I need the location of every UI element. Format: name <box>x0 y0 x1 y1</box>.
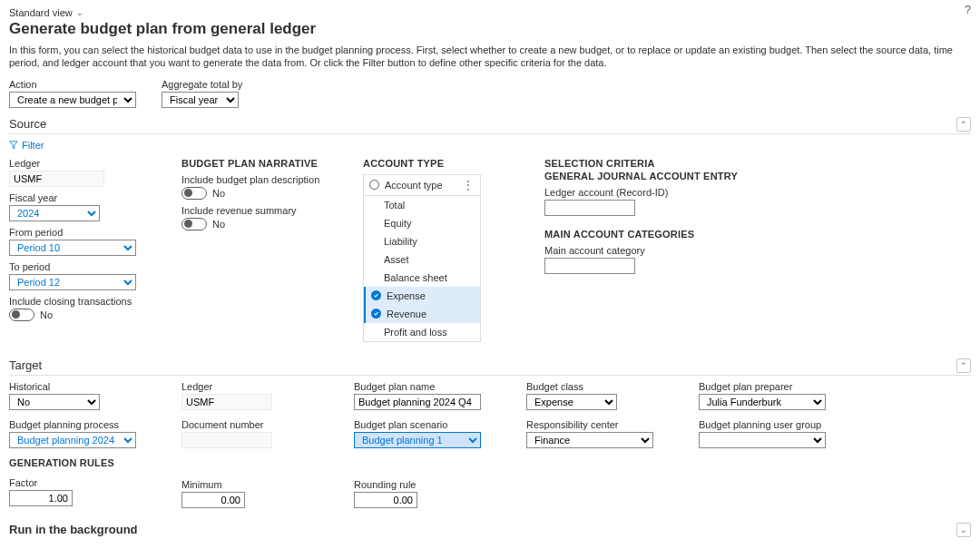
narrative-heading: BUDGET PLAN NARRATIVE <box>181 158 336 169</box>
runbg-heading: Run in the background <box>9 523 138 536</box>
include-closing-value: No <box>40 309 53 320</box>
toperiod-select[interactable]: Period 12 <box>9 274 136 290</box>
acc-item-balance[interactable]: Balance sheet <box>364 269 480 287</box>
ledgeracct-label: Ledger account (Record-ID) <box>544 187 744 198</box>
acc-item-expense-label: Expense <box>387 290 426 301</box>
ledgeracct-input[interactable] <box>544 200 635 216</box>
min-input[interactable] <box>181 492 245 508</box>
acc-item-asset[interactable]: Asset <box>364 250 480 269</box>
respc-select[interactable]: Finance <box>526 432 653 448</box>
round-input[interactable] <box>354 492 417 508</box>
acc-item-revenue-label: Revenue <box>387 309 426 319</box>
docnum-input <box>181 432 272 448</box>
acc-item-expense[interactable]: Expense <box>364 287 480 305</box>
include-desc-toggle[interactable] <box>181 187 207 200</box>
select-all-radio[interactable] <box>369 180 379 190</box>
bclass-label: Budget class <box>526 381 671 392</box>
bpname-label: Budget plan name <box>354 381 499 392</box>
include-revenue-label: Include revenue summary <box>181 205 336 216</box>
chevron-down-icon: ⌄ <box>76 8 83 17</box>
ledger-input <box>9 171 104 187</box>
view-selector[interactable]: Standard view ⌄ <box>9 7 971 18</box>
bpscenario-select[interactable]: Budget planning 1 <box>354 432 481 448</box>
fiscalyear-select[interactable]: 2024 <box>9 205 100 221</box>
accounttype-list: Account type ⋮ Total Equity Liability As… <box>363 174 481 342</box>
check-icon <box>371 309 381 319</box>
acc-item-pl[interactable]: Profit and loss <box>364 323 480 341</box>
help-icon[interactable]: ? <box>965 4 971 16</box>
include-desc-value: No <box>212 188 225 199</box>
ledger-label: Ledger <box>9 158 154 169</box>
round-label: Rounding rule <box>354 479 499 490</box>
tledger-label: Ledger <box>181 381 327 392</box>
bclass-select[interactable]: Expense <box>526 394 617 410</box>
bpp-select[interactable]: Budget planning 2024 Q4 <box>9 432 136 448</box>
historical-label: Historical <box>9 381 154 392</box>
page-description: In this form, you can select the histori… <box>9 44 971 70</box>
min-label: Minimum <box>181 479 327 490</box>
expand-runbg-button[interactable]: ⌄ <box>956 523 971 537</box>
docnum-label: Document number <box>181 419 327 430</box>
genrules-heading: GENERATION RULES <box>9 457 154 468</box>
filter-icon <box>9 141 18 150</box>
source-heading: Source <box>9 117 46 131</box>
accounttype-heading: ACCOUNT TYPE <box>363 158 517 169</box>
collapse-source-button[interactable]: ⌃ <box>956 117 971 132</box>
bpp-label: Budget planning process <box>9 419 154 430</box>
bpname-input[interactable] <box>354 394 481 410</box>
action-label: Action <box>9 79 136 90</box>
action-select[interactable]: Create a new budget plan <box>9 92 136 108</box>
filter-link[interactable]: Filter <box>9 140 44 151</box>
check-icon <box>371 290 381 300</box>
fromperiod-select[interactable]: Period 10 <box>9 240 136 256</box>
accounttype-header-label: Account type <box>385 180 443 191</box>
acc-item-equity[interactable]: Equity <box>364 214 480 232</box>
include-desc-label: Include budget plan description <box>181 174 336 185</box>
acc-item-total[interactable]: Total <box>364 196 480 214</box>
fromperiod-label: From period <box>9 227 154 238</box>
gjae-heading: GENERAL JOURNAL ACCOUNT ENTRY <box>544 171 744 181</box>
accounttype-header-row[interactable]: Account type ⋮ <box>364 175 480 196</box>
bpscenario-label: Budget plan scenario <box>354 419 499 430</box>
acc-item-liability[interactable]: Liability <box>364 232 480 250</box>
mac-input[interactable] <box>544 258 635 274</box>
target-heading: Target <box>9 358 42 372</box>
chevron-up-icon: ⌃ <box>960 361 967 370</box>
include-revenue-toggle[interactable] <box>181 218 207 230</box>
bpug-label: Budget planning user group <box>699 419 844 430</box>
include-closing-label: Include closing transactions <box>9 296 154 307</box>
include-closing-toggle[interactable] <box>9 309 34 321</box>
historical-select[interactable]: No <box>9 394 100 410</box>
preparer-select[interactable]: Julia Funderburk <box>699 394 826 410</box>
chevron-up-icon: ⌃ <box>960 120 967 129</box>
include-revenue-value: No <box>212 219 225 230</box>
preparer-label: Budget plan preparer <box>699 381 844 392</box>
selection-heading: SELECTION CRITERIA <box>544 158 744 169</box>
filter-text: Filter <box>22 140 44 151</box>
aggregate-select[interactable]: Fiscal year <box>162 92 239 108</box>
bpug-select[interactable] <box>699 432 826 448</box>
factor-input[interactable] <box>9 490 73 506</box>
aggregate-label: Aggregate total by <box>162 79 242 90</box>
toperiod-label: To period <box>9 261 154 272</box>
fiscalyear-label: Fiscal year <box>9 192 154 203</box>
respc-label: Responsibility center <box>526 419 671 430</box>
more-icon[interactable]: ⋮ <box>463 179 475 191</box>
mac-heading: MAIN ACCOUNT CATEGORIES <box>544 229 744 240</box>
acc-item-revenue[interactable]: Revenue <box>364 305 480 323</box>
view-label: Standard view <box>9 7 73 18</box>
chevron-down-icon: ⌄ <box>960 525 967 534</box>
collapse-target-button[interactable]: ⌃ <box>956 358 971 373</box>
tledger-input <box>181 394 272 410</box>
page-title: Generate budget plan from general ledger <box>9 20 971 38</box>
factor-label: Factor <box>9 477 154 488</box>
mac-label: Main account category <box>544 245 744 256</box>
